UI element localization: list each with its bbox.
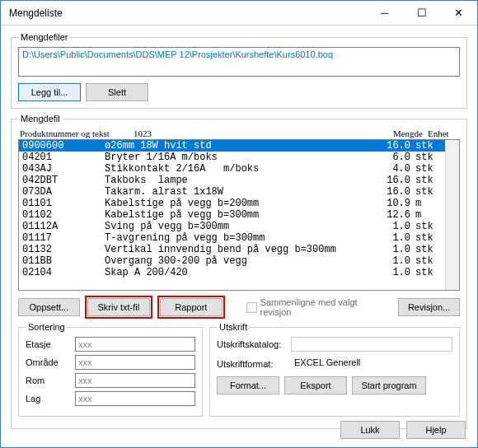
revisjon-button[interactable]: Revisjon...: [398, 298, 460, 316]
minimize-icon[interactable]: ─: [366, 1, 403, 25]
omrade-input[interactable]: [75, 355, 195, 370]
list-body[interactable]: 0900600ø26mm 18W hvit std16.0stk04201Bry…: [19, 140, 445, 290]
rom-label: Rom: [26, 376, 75, 385]
format-value: EXCEL Generell: [291, 357, 452, 371]
table-row[interactable]: 04201Bryter 1/16A m/boks6.0stk: [19, 152, 445, 163]
format-button[interactable]: Format...: [217, 376, 279, 394]
close-icon[interactable]: ✕: [440, 1, 477, 25]
skriv-txt-button[interactable]: Skriv txt-fil: [87, 298, 150, 316]
table-row[interactable]: 01132Vertikal innvendig bend på vegg b=3…: [19, 244, 445, 255]
rom-input[interactable]: [75, 373, 195, 388]
hjelp-button[interactable]: Hjelp: [406, 421, 466, 439]
list-header: Produktnummer og tekst 1023 Mengde Enhet: [18, 128, 460, 139]
titlebar: Mengdeliste ─ ☐ ✕: [1, 1, 477, 26]
maximize-icon[interactable]: ☐: [403, 1, 440, 25]
header-mid: 1023: [134, 128, 377, 138]
format-label: Utskriftformat:: [217, 359, 291, 369]
sortering-group: Sortering Etasje Område Rom Lag: [18, 322, 203, 417]
etasje-input[interactable]: [75, 337, 195, 352]
table-row[interactable]: 01102Kabelstige på vegg b=300mm12.6m: [19, 209, 445, 221]
rapport-button[interactable]: Rapport: [160, 298, 223, 316]
list-container: 0900600ø26mm 18W hvit std16.0stk04201Bry…: [18, 139, 460, 291]
list-group: Mengdefil Produktnummer og tekst 1023 Me…: [11, 114, 467, 429]
lag-input[interactable]: [75, 391, 195, 406]
list-legend: Mengdefil: [18, 114, 63, 124]
files-legend: Mengdefiler: [18, 32, 70, 42]
lukk-button[interactable]: Lukk: [340, 421, 400, 439]
sortering-legend: Sortering: [26, 322, 68, 332]
table-row[interactable]: 043AJStikkontakt 2/16A m/boks4.0stk: [19, 163, 445, 175]
scrollbar[interactable]: [445, 140, 459, 290]
table-row[interactable]: 011BBOvergang 300-200 på vegg1.0stk: [19, 255, 445, 267]
table-row[interactable]: 073DATakarm. alrast 1x18W16.0stk: [19, 186, 445, 198]
checkbox-box: [246, 302, 257, 313]
delete-file-button[interactable]: Slett: [86, 83, 148, 101]
lag-label: Lag: [26, 394, 75, 404]
table-row[interactable]: 02104Skap A 200/4201.0stk: [19, 267, 445, 278]
start-program-button[interactable]: Start program: [352, 376, 426, 394]
files-group: Mengdefiler D:\Users\Public\Documents\DD…: [11, 32, 467, 109]
compare-checkbox[interactable]: Sammenligne med valgt revisjon: [246, 297, 388, 317]
table-row[interactable]: 0900600ø26mm 18W hvit std16.0stk: [19, 140, 445, 152]
header-unit: Enhet: [423, 128, 460, 138]
katalog-value[interactable]: [291, 337, 452, 352]
omrade-label: Område: [26, 357, 75, 367]
header-qty: Mengde: [377, 128, 423, 138]
table-row[interactable]: 01101Kabelstige på vegg b=200mm10.9m: [19, 198, 445, 209]
file-path-input[interactable]: D:\Users\Public\Documents\DDS\MEP 12\Pro…: [18, 47, 460, 77]
table-row[interactable]: 01112ASving på vegg b=300mm1.0stk: [19, 221, 445, 232]
table-row[interactable]: 01117T-avgrening på vegg b=300mm1.0stk: [19, 232, 445, 244]
oppsett-button[interactable]: Oppsett...: [18, 298, 80, 316]
table-row[interactable]: 042DBTTakboks lampe16.0stk: [19, 175, 445, 186]
header-product: Produktnummer og tekst: [18, 128, 134, 138]
add-file-button[interactable]: Legg til...: [18, 83, 81, 101]
utskrift-legend: Utskrift: [217, 322, 250, 332]
etasje-label: Etasje: [26, 339, 75, 349]
katalog-label: Utskriftskatalog:: [217, 339, 291, 349]
window-title: Mengdeliste: [9, 7, 366, 19]
eksport-button[interactable]: Eksport: [284, 376, 347, 394]
utskrift-group: Utskrift Utskriftskatalog: Utskriftforma…: [209, 322, 460, 417]
compare-label: Sammenligne med valgt revisjon: [260, 297, 389, 317]
